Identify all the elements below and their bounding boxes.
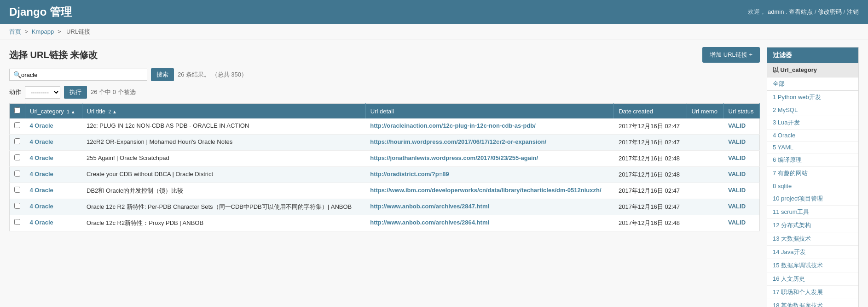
filter-item-link[interactable]: 15 数据库调试技术 (773, 261, 853, 270)
url-category-link[interactable]: 4 Oracle (30, 219, 53, 226)
url-category-link[interactable]: 4 Oracle (30, 171, 53, 177)
row-url-status: VALID (723, 183, 760, 199)
content-area: 选择 URL链接 来修改 增加 URL链接 + 🔍 搜索 26 条结果。 （总共… (9, 47, 760, 307)
row-checkbox-cell (10, 183, 25, 199)
search-button[interactable]: 搜索 (151, 68, 174, 81)
row-checkbox[interactable] (14, 203, 20, 209)
filter-item-link[interactable]: 16 人文历史 (773, 275, 853, 283)
url-detail-link[interactable]: http://oracleinaction.com/12c-plug-in-12… (370, 122, 536, 129)
row-checkbox[interactable] (14, 138, 20, 144)
select-all-checkbox[interactable] (14, 107, 20, 113)
view-site-link[interactable]: 查看站点 (789, 8, 813, 15)
sort-url-title[interactable]: 2 ▲ (109, 109, 117, 114)
logout-link[interactable]: 注销 (847, 8, 859, 15)
url-detail-link[interactable]: http://www.anbob.com/archives/2864.html (370, 219, 489, 226)
period: . (786, 8, 787, 15)
row-url-memo (687, 167, 723, 183)
filter-item: 7 有趣的网站 (767, 167, 858, 180)
username-link[interactable]: admin (768, 8, 784, 15)
header-url-detail[interactable]: Url detail (365, 104, 614, 119)
url-detail-link[interactable]: https://hourim.wordpress.com/2017/06/17/… (370, 138, 546, 145)
url-detail-link[interactable]: http://oradistrict.com/?p=89 (370, 171, 449, 177)
row-date-created: 2017年12月16日 02:47 (614, 199, 687, 215)
row-checkbox[interactable] (14, 122, 20, 128)
filter-item: 10 project项目管理 (767, 192, 858, 206)
change-password-link[interactable]: 修改密码 (818, 8, 842, 15)
header-url-category-label: Url_category (30, 108, 64, 115)
filter-item-link[interactable]: 4 Oracle (773, 132, 853, 139)
breadcrumb-sep1: > (25, 28, 29, 35)
filter-item-link[interactable]: 3 Lua开发 (773, 118, 853, 127)
url-detail-link[interactable]: https://www.ibm.com/developerworks/cn/da… (370, 187, 601, 194)
filter-item-link[interactable]: 18 其他数据库技术 (773, 301, 853, 307)
row-url-title: 12cR2 OR-Expansion | Mohamed Houri's Ora… (82, 135, 365, 151)
header-date-created[interactable]: Date created (614, 104, 687, 119)
row-checkbox[interactable] (14, 187, 20, 193)
row-checkbox-cell (10, 118, 25, 135)
filter-item: 14 Java开发 (767, 246, 858, 259)
action-label: 动作 (9, 88, 21, 96)
filter-item-link[interactable]: 10 project项目管理 (773, 195, 853, 203)
filter-item-link[interactable]: 12 分布式架构 (773, 221, 853, 230)
sidebar: 过滤器 以 Url_category 全部 1 Python web开发2 My… (767, 47, 859, 307)
row-checkbox-cell (10, 199, 25, 215)
header-url-status[interactable]: Url status (723, 104, 760, 119)
row-url-detail: https://www.ibm.com/developerworks/cn/da… (365, 183, 614, 199)
search-input[interactable] (21, 71, 143, 78)
main-content: 选择 URL链接 来修改 增加 URL链接 + 🔍 搜索 26 条结果。 （总共… (0, 40, 868, 307)
url-category-link[interactable]: 4 Oracle (30, 187, 53, 194)
header-url-title-label: Url title (87, 108, 105, 115)
row-url-memo (687, 118, 723, 135)
row-date-created: 2017年12月16日 02:48 (614, 167, 687, 183)
action-select[interactable]: --------- (25, 86, 60, 99)
url-category-link[interactable]: 4 Oracle (30, 122, 53, 129)
row-checkbox[interactable] (14, 171, 20, 177)
filter-item: 15 数据库调试技术 (767, 259, 858, 272)
filter-item: 3 Lua开发 (767, 116, 858, 130)
row-url-category: 4 Oracle (25, 183, 82, 199)
breadcrumb-home[interactable]: 首页 (9, 28, 21, 35)
filter-item-link[interactable]: 6 编译原理 (773, 156, 853, 164)
row-url-category: 4 Oracle (25, 135, 82, 151)
row-url-category: 4 Oracle (25, 118, 82, 135)
url-detail-link[interactable]: https://jonathanlewis.wordpress.com/2017… (370, 154, 538, 161)
filter-item: 6 编译原理 (767, 154, 858, 167)
breadcrumb-current: URL链接 (66, 28, 90, 35)
row-url-memo (687, 215, 723, 231)
divider2: / (844, 8, 847, 15)
filter-item: 11 scrum工具 (767, 206, 858, 219)
row-date-created: 2017年12月16日 02:47 (614, 135, 687, 151)
row-checkbox[interactable] (14, 219, 20, 225)
header-url-category[interactable]: Url_category 1 ▲ (25, 104, 82, 119)
row-date-created: 2017年12月16日 02:47 (614, 118, 687, 135)
search-input-wrapper: 🔍 (9, 69, 147, 81)
url-category-link[interactable]: 4 Oracle (30, 154, 53, 161)
filter-item-link[interactable]: 1 Python web开发 (773, 93, 853, 101)
table-header-row: Url_category 1 ▲ Url title 2 ▲ Url detai… (10, 104, 760, 119)
row-date-created: 2017年12月16日 02:48 (614, 151, 687, 167)
table-body: 4 Oracle 12c: PLUG IN 12c NON-CDB AS PDB… (10, 118, 760, 231)
url-category-link[interactable]: 4 Oracle (30, 203, 53, 210)
filter-item-link[interactable]: 5 YAML (773, 144, 853, 151)
breadcrumb-app[interactable]: Kmpapp (32, 28, 54, 35)
filter-item-link[interactable]: 7 有趣的网站 (773, 169, 853, 177)
action-go-button[interactable]: 执行 (64, 86, 87, 99)
row-checkbox[interactable] (14, 154, 20, 160)
filter-item-link[interactable]: 13 大数据技术 (773, 235, 853, 243)
url-detail-link[interactable]: http://www.anbob.com/archives/2847.html (370, 203, 489, 210)
row-url-category: 4 Oracle (25, 199, 82, 215)
header-url-title[interactable]: Url title 2 ▲ (82, 104, 365, 119)
row-url-status: VALID (723, 199, 760, 215)
filter-item-link[interactable]: 14 Java开发 (773, 248, 853, 256)
filter-item-link[interactable]: 11 scrum工具 (773, 208, 853, 216)
sort-url-category[interactable]: 1 ▲ (67, 109, 75, 114)
add-url-button[interactable]: 增加 URL链接 + (702, 47, 760, 63)
filter-all-link[interactable]: 全部 (773, 80, 785, 87)
filter-item-link[interactable]: 2 MySQL (773, 106, 853, 113)
header-url-memo[interactable]: Url memo (687, 104, 723, 119)
filter-item-link[interactable]: 8 sqlite (773, 183, 853, 189)
search-row: 🔍 搜索 26 条结果。 （总共 350） (9, 68, 760, 81)
filter-item-link[interactable]: 17 职场和个人发展 (773, 288, 853, 296)
header-url-detail-label: Url detail (370, 108, 394, 115)
url-category-link[interactable]: 4 Oracle (30, 138, 53, 145)
